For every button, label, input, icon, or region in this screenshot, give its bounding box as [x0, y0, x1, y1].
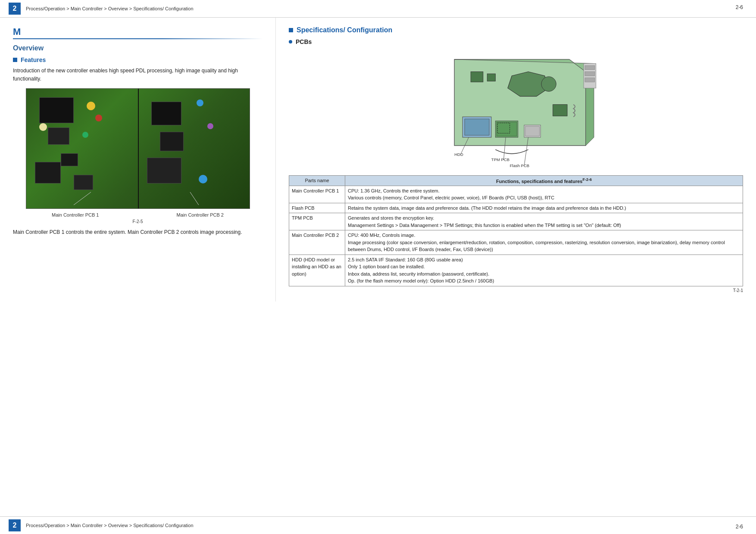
- svg-text:TPM PCB: TPM PCB: [491, 157, 509, 162]
- table-cell-part: Main Controller PCB 1: [289, 186, 345, 203]
- section-title-line: [13, 38, 263, 39]
- svg-rect-7: [585, 72, 595, 76]
- table-header-functions: Functions, specifications and featuresF-…: [345, 176, 743, 186]
- section-title-letter: M: [13, 26, 21, 37]
- pcb1-label: Main Controller PCB 1: [52, 212, 99, 217]
- footer-badge: 2: [9, 519, 21, 531]
- svg-rect-18: [487, 74, 495, 81]
- pcbs-bullet: [289, 40, 292, 43]
- svg-rect-8: [585, 78, 595, 82]
- table-cell-functions: 2.5 inch SATA I/F Standard: 160 GB (80G …: [345, 255, 743, 286]
- table-header-parts: Parts name: [289, 176, 345, 186]
- table-cell-part: TPM PCB: [289, 213, 345, 230]
- page-number-top: 2-6: [736, 4, 743, 10]
- svg-rect-12: [497, 122, 517, 136]
- features-icon: [13, 58, 17, 62]
- specs-table: Parts name Functions, specifications and…: [289, 175, 743, 286]
- table-label: T-2-1: [289, 288, 743, 293]
- pcb-desc-text: Main Controller PCB 1 controls the entir…: [13, 228, 262, 236]
- table-ref: F-2-6: [582, 177, 592, 182]
- spec-heading-text: Specifications/ Configuration: [297, 26, 392, 34]
- pcbs-heading-text: PCBs: [296, 38, 312, 45]
- table-cell-part: Flash PCB: [289, 203, 345, 213]
- header-badge: 2: [9, 3, 21, 15]
- spec-icon: [289, 28, 293, 32]
- header: 2 Process/Operation > Main Controller > …: [0, 0, 756, 18]
- figure-label: F-2-5: [13, 219, 262, 224]
- intro-text: Introduction of the new controller enabl…: [13, 67, 262, 83]
- features-heading: Features: [13, 56, 262, 63]
- right-column: Specifications/ Configuration PCBs: [276, 18, 756, 301]
- header-breadcrumb: Process/Operation > Main Controller > Ov…: [26, 6, 194, 11]
- table-cell-functions: Retains the system data, image data and …: [345, 203, 743, 213]
- table-cell-functions: CPU: 1.36 GHz, Controls the entire syste…: [345, 186, 743, 203]
- pcb-annotation-svg: [26, 89, 250, 208]
- diagram-svg: HDD TPM PCB Flash PCB: [430, 50, 602, 171]
- table-cell-functions: Generates and stores the encryption key.…: [345, 213, 743, 230]
- svg-rect-19: [553, 105, 567, 116]
- table-cell-functions: CPU: 400 MHz, Controls image.Image proce…: [345, 230, 743, 255]
- svg-rect-17: [471, 72, 483, 82]
- pcb-image-inner: [26, 89, 250, 208]
- svg-line-0: [74, 192, 91, 205]
- pcb2-label: Main Controller PCB 2: [177, 212, 224, 217]
- footer: 2 Process/Operation > Main Controller > …: [0, 516, 756, 534]
- section-title-wrap: M: [13, 26, 262, 37]
- svg-line-1: [190, 192, 199, 205]
- spec-heading: Specifications/ Configuration: [289, 26, 743, 34]
- table-cell-part: HDD (HDD model or installing an HDD as a…: [289, 255, 345, 286]
- left-column: M Overview Features Introduction of the …: [0, 18, 276, 301]
- svg-rect-10: [465, 119, 489, 135]
- pcb-diagram: HDD TPM PCB Flash PCB: [430, 50, 602, 171]
- subsection-title: Overview: [13, 44, 262, 52]
- pcbs-heading: PCBs: [289, 38, 743, 45]
- pcb-image: [26, 88, 250, 209]
- page-number-bottom: 2-6: [736, 524, 743, 530]
- pcb-annotations: Main Controller PCB 1 Main Controller PC…: [13, 212, 262, 217]
- svg-point-20: [541, 77, 556, 91]
- svg-text:HDD: HDD: [454, 152, 463, 157]
- svg-rect-15: [525, 126, 539, 136]
- features-heading-text: Features: [21, 56, 46, 63]
- footer-breadcrumb: Process/Operation > Main Controller > Ov…: [26, 523, 194, 528]
- main-content: M Overview Features Introduction of the …: [0, 18, 756, 301]
- table-cell-part: Main Controller PCB 2: [289, 230, 345, 255]
- svg-text:Flash PCB: Flash PCB: [510, 163, 529, 168]
- svg-rect-6: [585, 65, 595, 70]
